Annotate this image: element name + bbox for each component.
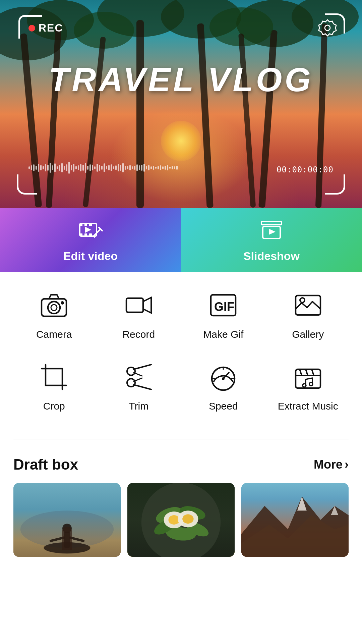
svg-rect-23 bbox=[84, 233, 87, 236]
chevron-right-icon: › bbox=[345, 458, 349, 472]
tool-extract-music[interactable]: Extract Music bbox=[267, 360, 349, 412]
svg-rect-19 bbox=[80, 223, 82, 226]
svg-point-42 bbox=[127, 367, 135, 375]
sun-glow bbox=[161, 121, 201, 161]
svg-rect-21 bbox=[89, 223, 92, 226]
draft-thumbnail-2[interactable] bbox=[127, 483, 235, 557]
svg-point-77 bbox=[182, 514, 193, 524]
action-buttons-row: Edit video Slideshow bbox=[0, 208, 362, 272]
svg-line-44 bbox=[134, 365, 151, 369]
trim-label: Trim bbox=[129, 400, 148, 412]
waveform-bar bbox=[28, 161, 315, 174]
svg-rect-24 bbox=[89, 233, 92, 236]
gallery-label: Gallery bbox=[292, 329, 324, 340]
tool-record[interactable]: Record bbox=[98, 288, 180, 340]
draft-more-button[interactable]: More › bbox=[314, 458, 349, 472]
svg-marker-25 bbox=[85, 227, 91, 233]
hero-section: REC TRAVEL VLOG 00:00:00:00 bbox=[0, 0, 362, 208]
timecode-display: 00:00:00:00 bbox=[277, 165, 334, 174]
draft-title: Draft box bbox=[13, 456, 78, 473]
svg-point-58 bbox=[303, 384, 306, 387]
camera-icon bbox=[37, 288, 71, 322]
make-gif-label: Make Gif bbox=[203, 329, 243, 340]
svg-point-17 bbox=[325, 25, 330, 31]
tool-trim[interactable]: Trim bbox=[98, 360, 180, 412]
draft-section: Draft box More › bbox=[0, 456, 362, 570]
crop-icon bbox=[37, 360, 71, 394]
svg-point-50 bbox=[222, 377, 225, 380]
svg-rect-29 bbox=[261, 221, 282, 225]
svg-text:GIF: GIF bbox=[214, 300, 234, 314]
draft-header: Draft box More › bbox=[13, 456, 349, 473]
slideshow-icon bbox=[258, 217, 285, 244]
tool-speed[interactable]: Speed bbox=[183, 360, 264, 412]
trim-icon bbox=[122, 360, 156, 394]
svg-line-55 bbox=[300, 369, 302, 375]
svg-rect-22 bbox=[80, 233, 82, 236]
svg-line-47 bbox=[134, 378, 142, 381]
section-divider bbox=[13, 439, 349, 439]
svg-marker-31 bbox=[269, 229, 276, 235]
svg-point-33 bbox=[48, 302, 60, 314]
edit-video-button[interactable]: Edit video bbox=[0, 208, 181, 272]
svg-line-56 bbox=[306, 369, 308, 375]
gif-icon: GIF bbox=[206, 288, 240, 322]
svg-point-62 bbox=[44, 542, 90, 553]
svg-rect-36 bbox=[126, 298, 143, 312]
tool-camera[interactable]: Camera bbox=[13, 288, 95, 340]
edit-video-icon bbox=[77, 217, 104, 244]
svg-point-43 bbox=[127, 379, 135, 387]
draft-more-label: More bbox=[314, 458, 343, 472]
svg-point-34 bbox=[51, 305, 57, 311]
rec-dot bbox=[28, 25, 35, 32]
camera-label: Camera bbox=[36, 329, 72, 340]
svg-rect-20 bbox=[84, 223, 87, 226]
svg-point-40 bbox=[300, 298, 305, 303]
speed-icon bbox=[206, 360, 240, 394]
rec-badge: REC bbox=[28, 22, 63, 34]
svg-rect-63 bbox=[64, 532, 70, 548]
draft-thumbnail-3[interactable] bbox=[241, 483, 349, 557]
svg-line-46 bbox=[134, 373, 142, 376]
crop-label: Crop bbox=[43, 400, 65, 412]
extract-music-icon bbox=[291, 360, 325, 394]
svg-point-61 bbox=[20, 511, 114, 548]
tools-grid: Camera Record GIF Make Gif bbox=[13, 288, 349, 412]
hero-title: TRAVEL VLOG bbox=[0, 60, 362, 99]
svg-marker-16 bbox=[319, 20, 336, 36]
svg-rect-41 bbox=[46, 369, 62, 385]
svg-point-59 bbox=[309, 382, 313, 386]
tool-crop[interactable]: Crop bbox=[13, 360, 95, 412]
gallery-icon bbox=[291, 288, 325, 322]
settings-icon[interactable] bbox=[318, 18, 337, 37]
speed-label: Speed bbox=[209, 400, 238, 412]
frame-corner-bl bbox=[17, 174, 37, 195]
svg-line-57 bbox=[312, 369, 314, 375]
slideshow-button[interactable]: Slideshow bbox=[181, 208, 362, 272]
slideshow-label: Slideshow bbox=[243, 250, 300, 263]
svg-point-64 bbox=[62, 524, 72, 533]
tool-make-gif[interactable]: GIF Make Gif bbox=[183, 288, 264, 340]
tool-gallery[interactable]: Gallery bbox=[267, 288, 349, 340]
extract-music-label: Extract Music bbox=[278, 400, 338, 412]
edit-video-label: Edit video bbox=[63, 250, 118, 263]
draft-thumbnails-grid bbox=[13, 483, 349, 557]
tools-section: Camera Record GIF Make Gif bbox=[0, 272, 362, 439]
draft-thumbnail-1[interactable] bbox=[13, 483, 121, 557]
svg-point-35 bbox=[61, 301, 64, 305]
rec-label: REC bbox=[39, 22, 63, 34]
svg-line-45 bbox=[134, 385, 151, 389]
record-label: Record bbox=[122, 329, 155, 340]
record-icon bbox=[122, 288, 156, 322]
frame-corner-br bbox=[325, 174, 345, 195]
